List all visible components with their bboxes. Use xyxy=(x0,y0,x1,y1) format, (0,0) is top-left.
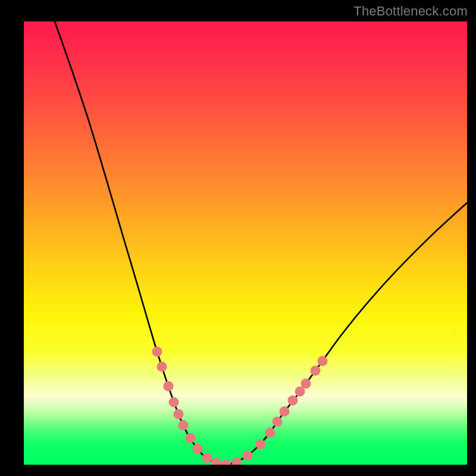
highlight-dot xyxy=(301,378,311,389)
highlight-dot xyxy=(265,428,275,438)
highlight-dot xyxy=(273,416,283,427)
highlight-dot xyxy=(186,433,196,443)
chart-frame: TheBottleneck.com xyxy=(0,0,476,476)
highlight-dots xyxy=(152,347,328,465)
highlight-dot xyxy=(152,347,162,357)
highlight-dot xyxy=(157,362,167,372)
highlight-dot xyxy=(211,458,221,465)
highlight-dot xyxy=(232,457,242,465)
watermark-text: TheBottleneck.com xyxy=(353,4,468,19)
plot-area xyxy=(24,21,467,465)
highlight-dot xyxy=(174,409,184,419)
highlight-dot xyxy=(202,453,212,463)
highlight-dot xyxy=(280,406,290,416)
highlight-dot xyxy=(243,451,253,461)
highlight-dot xyxy=(164,381,174,392)
highlight-dot xyxy=(169,397,179,407)
plot-svg xyxy=(24,21,467,465)
highlight-dot xyxy=(178,420,189,430)
highlight-dot xyxy=(288,395,298,405)
highlight-dot xyxy=(256,439,266,449)
highlight-dot xyxy=(193,444,203,454)
highlight-dot xyxy=(221,460,231,465)
highlight-dot xyxy=(318,356,328,366)
highlight-dot xyxy=(311,366,321,376)
bottleneck-curve xyxy=(55,21,467,465)
